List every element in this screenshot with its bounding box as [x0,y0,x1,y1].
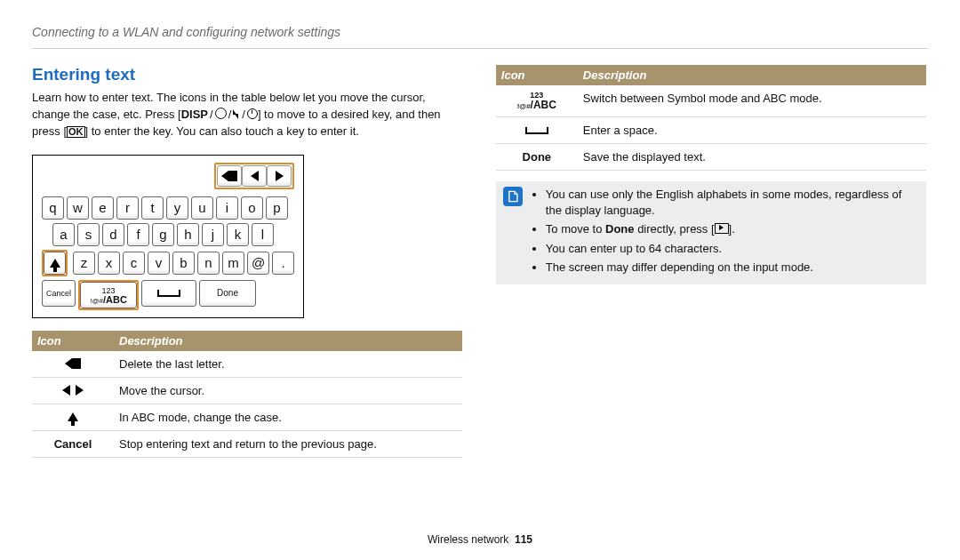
right-column: Icon Description 123 !@#/ABC Switch betw… [496,65,926,458]
table-row: Enter a space. [496,117,926,144]
key[interactable]: e [92,196,114,220]
mode-icon: 123 !@#/ABC [517,92,556,110]
left-column: Entering text Learn how to enter text. T… [32,65,462,458]
footer-section: Wireless network [428,533,508,546]
mode-key[interactable]: 123 !@#/ABC [80,282,137,308]
done-text-icon: Done [496,144,578,170]
key[interactable]: a [52,223,75,246]
cancel-key[interactable]: Cancel [42,280,76,307]
kb-row-4: Cancel 123 !@#/ABC Done [42,280,294,310]
key[interactable]: @ [247,252,269,275]
key[interactable]: u [191,196,213,220]
move-cursor-icon [62,385,84,396]
cursor-right-key[interactable] [267,165,292,187]
key[interactable]: q [42,196,64,220]
key[interactable]: v [148,252,170,275]
kb-row-1: q w e r t y u i o p [42,196,294,220]
key[interactable]: y [166,196,188,220]
space-icon [157,290,180,297]
cell-desc: In ABC mode, change the case. [114,404,462,430]
key[interactable]: p [266,196,288,220]
key[interactable]: t [141,196,164,220]
key[interactable]: f [127,223,149,246]
note-item: You can use only the English alphabets i… [546,187,919,218]
nav-highlight [214,163,294,189]
col-icon: Icon [32,331,114,351]
key[interactable]: b [172,252,195,275]
triangle-left-icon [251,171,259,181]
cell-desc: Save the displayed text. [578,144,926,170]
shift-key[interactable] [44,252,66,275]
disp-icon-group: /// [208,108,258,121]
ok-label: OK [67,126,85,138]
key[interactable]: n [197,252,220,275]
macro-icon [215,108,227,119]
triangle-right-icon [276,171,284,181]
disp-label: DISP [181,108,208,121]
note-item: To move to Done directly, press []. [546,221,919,237]
space-icon [525,127,548,134]
table-row: Delete the last letter. [32,351,462,378]
table-row: 123 !@#/ABC Switch between Symbol mode a… [496,85,926,117]
timer-icon [247,108,258,119]
note-item: The screen may differ depending on the i… [546,260,919,276]
key[interactable]: o [241,196,263,220]
intro-c: ] to enter the key. You can also touch a… [85,124,359,138]
section-title: Entering text [32,65,462,84]
page-footer: Wireless network 115 [0,533,960,546]
cursor-left-key[interactable] [242,165,267,187]
key[interactable]: x [98,252,120,275]
note-list: You can use only the English alphabets i… [532,187,919,279]
done-key[interactable]: Done [199,280,256,307]
backspace-icon [221,171,237,181]
key[interactable]: g [152,223,174,246]
space-key[interactable] [141,280,196,307]
table-row: In ABC mode, change the case. [32,404,462,431]
key[interactable]: c [123,252,145,275]
cell-desc: Move the cursor. [114,378,462,404]
kb-row-3: z x c v b n m @ . [42,250,294,276]
key[interactable]: m [222,252,244,275]
key[interactable]: r [116,196,139,220]
key[interactable]: . [272,252,294,275]
table-row: Move the cursor. [32,378,462,404]
shift-highlight [42,250,68,276]
table-header: Icon Description [496,65,926,85]
col-desc: Description [578,65,926,85]
shift-icon [68,412,78,421]
breadcrumb: Connecting to a WLAN and configuring net… [32,25,928,44]
col-icon: Icon [496,65,578,85]
table-row: Cancel Stop entering text and return to … [32,431,462,458]
playback-icon [715,223,729,234]
mode-abc-label: !@#/ABC [90,295,127,305]
flash-icon [233,109,240,120]
note-box: You can use only the English alphabets i… [496,181,926,284]
cancel-text-icon: Cancel [32,431,114,457]
key[interactable]: k [227,223,249,246]
intro-paragraph: Learn how to enter text. The icons in th… [32,90,462,140]
cell-desc: Switch between Symbol mode and ABC mode. [578,85,926,116]
cell-desc: Enter a space. [578,117,926,143]
divider [32,48,928,49]
key[interactable]: z [73,252,95,275]
key[interactable]: i [216,196,238,220]
key[interactable]: d [102,223,124,246]
footer-page: 115 [515,533,532,546]
shift-icon [50,259,60,268]
cell-desc: Delete the last letter. [114,351,462,377]
key[interactable]: w [67,196,89,220]
table-header: Icon Description [32,331,462,351]
key[interactable]: j [202,223,224,246]
mode-highlight: 123 !@#/ABC [78,280,139,310]
cell-desc: Stop entering text and return to the pre… [114,431,462,457]
note-item: You can enter up to 64 characters. [546,241,919,257]
table-row: Done Save the displayed text. [496,144,926,171]
right-desc-table: Icon Description 123 !@#/ABC Switch betw… [496,65,926,171]
note-icon [503,187,523,206]
key[interactable]: l [252,223,274,246]
keyboard-figure: q w e r t y u i o p a s d f g h [32,155,304,318]
key[interactable]: s [77,223,100,246]
key[interactable]: h [177,223,199,246]
kb-row-2: a s d f g h j k l [42,223,294,246]
backspace-key[interactable] [217,165,242,187]
